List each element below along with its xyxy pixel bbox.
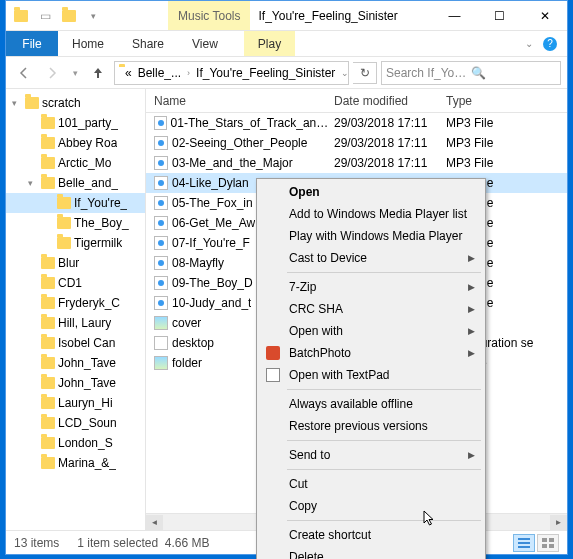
nav-item[interactable]: LCD_Soun	[6, 413, 145, 433]
details-view-button[interactable]	[513, 534, 535, 552]
file-row[interactable]: 03-Me_and_the_Major29/03/2018 17:11MP3 F…	[146, 153, 567, 173]
tab-play[interactable]: Play	[244, 31, 295, 56]
minimize-button[interactable]: —	[432, 1, 477, 30]
crumb-1[interactable]: Belle_...	[138, 66, 181, 80]
nav-item[interactable]: Tigermilk	[6, 233, 145, 253]
file-row[interactable]: 01-The_Stars_of_Track_and_Field29/03/201…	[146, 113, 567, 133]
file-menu[interactable]: File	[6, 31, 58, 56]
qat-newfolder-icon[interactable]	[58, 5, 80, 27]
up-button[interactable]	[86, 61, 110, 85]
tab-home[interactable]: Home	[58, 31, 118, 56]
menu-item[interactable]: Play with Windows Media Player	[259, 225, 483, 247]
forward-button[interactable]	[40, 61, 64, 85]
maximize-button[interactable]: ☐	[477, 1, 522, 30]
nav-item-label: If_You're_	[74, 196, 127, 210]
file-type: MP3 File	[442, 116, 567, 130]
batchphoto-icon	[265, 345, 281, 361]
contextual-tab-music-tools[interactable]: Music Tools	[168, 1, 250, 30]
nav-item[interactable]: 101_party_	[6, 113, 145, 133]
nav-item[interactable]: Abbey Roa	[6, 133, 145, 153]
crumb-prefix: «	[125, 66, 132, 80]
window-title: If_You're_Feeling_Sinister	[250, 1, 432, 30]
refresh-button[interactable]: ↻	[353, 62, 377, 84]
qat-dropdown-icon[interactable]: ▾	[82, 5, 104, 27]
menu-item[interactable]: Cut	[259, 473, 483, 495]
nav-item[interactable]: Isobel Can	[6, 333, 145, 353]
menu-item[interactable]: BatchPhoto▶	[259, 342, 483, 364]
menu-item[interactable]: Send to▶	[259, 444, 483, 466]
col-date[interactable]: Date modified	[334, 89, 442, 112]
svg-rect-4	[549, 538, 554, 542]
menu-item[interactable]: Restore previous versions	[259, 415, 483, 437]
address-dropdown-icon[interactable]: ⌄	[341, 68, 349, 78]
audio-file-icon	[154, 216, 168, 230]
menu-item[interactable]: CRC SHA▶	[259, 298, 483, 320]
nav-item[interactable]: Fryderyk_C	[6, 293, 145, 313]
nav-item[interactable]: Lauryn_Hi	[6, 393, 145, 413]
nav-item[interactable]: CD1	[6, 273, 145, 293]
nav-item[interactable]: Arctic_Mo	[6, 153, 145, 173]
nav-item[interactable]: John_Tave	[6, 373, 145, 393]
menu-item[interactable]: Delete	[259, 546, 483, 559]
submenu-arrow-icon: ▶	[468, 253, 475, 263]
nav-item[interactable]: The_Boy_	[6, 213, 145, 233]
audio-file-icon	[154, 296, 168, 310]
nav-item[interactable]: London_S	[6, 433, 145, 453]
menu-item[interactable]: Open with TextPad	[259, 364, 483, 386]
folder-icon	[41, 117, 55, 129]
nav-item-label: Lauryn_Hi	[58, 396, 113, 410]
scroll-right-icon[interactable]: ►	[550, 515, 567, 530]
folder-icon	[41, 377, 55, 389]
address-bar[interactable]: « Belle_... › If_You're_Feeling_Sinister…	[114, 61, 349, 85]
tab-share[interactable]: Share	[118, 31, 178, 56]
nav-item[interactable]: ▾scratch	[6, 93, 145, 113]
file-row[interactable]: 02-Seeing_Other_People29/03/2018 17:11MP…	[146, 133, 567, 153]
menu-item[interactable]: Open with▶	[259, 320, 483, 342]
navigation-pane[interactable]: ▾scratch101_party_Abbey RoaArctic_Mo▾Bel…	[6, 89, 146, 530]
mouse-cursor	[423, 510, 437, 528]
status-item-count: 13 items	[14, 536, 59, 550]
menu-separator	[287, 389, 481, 390]
svg-rect-3	[542, 538, 547, 542]
search-box[interactable]: Search If_You're_Feeling_Sinis... 🔍	[381, 61, 561, 85]
file-name: desktop	[172, 336, 214, 350]
menu-item[interactable]: Open	[259, 181, 483, 203]
menu-item[interactable]: Always available offline	[259, 393, 483, 415]
col-name[interactable]: Name	[146, 89, 334, 112]
file-type: MP3 File	[442, 156, 567, 170]
svg-rect-2	[518, 546, 530, 548]
col-type[interactable]: Type	[442, 89, 567, 112]
qat-properties-icon[interactable]: ▭	[34, 5, 56, 27]
back-button[interactable]	[12, 61, 36, 85]
menu-item[interactable]: Create shortcut	[259, 524, 483, 546]
file-name: folder	[172, 356, 202, 370]
crumb-2[interactable]: If_You're_Feeling_Sinister	[196, 66, 335, 80]
column-headers[interactable]: Name Date modified Type	[146, 89, 567, 113]
menu-item[interactable]: Cast to Device▶	[259, 247, 483, 269]
submenu-arrow-icon: ▶	[468, 304, 475, 314]
tab-view[interactable]: View	[178, 31, 232, 56]
menu-item-label: Add to Windows Media Player list	[289, 207, 467, 221]
ribbon-expand-icon[interactable]: ⌄	[525, 38, 533, 49]
folder-icon	[41, 437, 55, 449]
close-button[interactable]: ✕	[522, 1, 567, 30]
large-icons-view-button[interactable]	[537, 534, 559, 552]
nav-item-label: Fryderyk_C	[58, 296, 120, 310]
nav-item[interactable]: John_Tave	[6, 353, 145, 373]
nav-item[interactable]: Blur	[6, 253, 145, 273]
scroll-left-icon[interactable]: ◄	[146, 515, 163, 530]
menu-item[interactable]: Copy	[259, 495, 483, 517]
nav-item[interactable]: Hill, Laury	[6, 313, 145, 333]
nav-item-label: Marina_&_	[58, 456, 116, 470]
help-icon[interactable]: ?	[543, 37, 557, 51]
menu-item[interactable]: 7-Zip▶	[259, 276, 483, 298]
menu-item[interactable]: Add to Windows Media Player list	[259, 203, 483, 225]
nav-item[interactable]: ▾Belle_and_	[6, 173, 145, 193]
context-menu[interactable]: OpenAdd to Windows Media Player listPlay…	[256, 178, 486, 559]
submenu-arrow-icon: ▶	[468, 326, 475, 336]
nav-item[interactable]: Marina_&_	[6, 453, 145, 473]
recent-dropdown-icon[interactable]: ▾	[68, 61, 82, 85]
folder-icon	[41, 337, 55, 349]
audio-file-icon	[154, 136, 168, 150]
nav-item[interactable]: If_You're_	[6, 193, 145, 213]
